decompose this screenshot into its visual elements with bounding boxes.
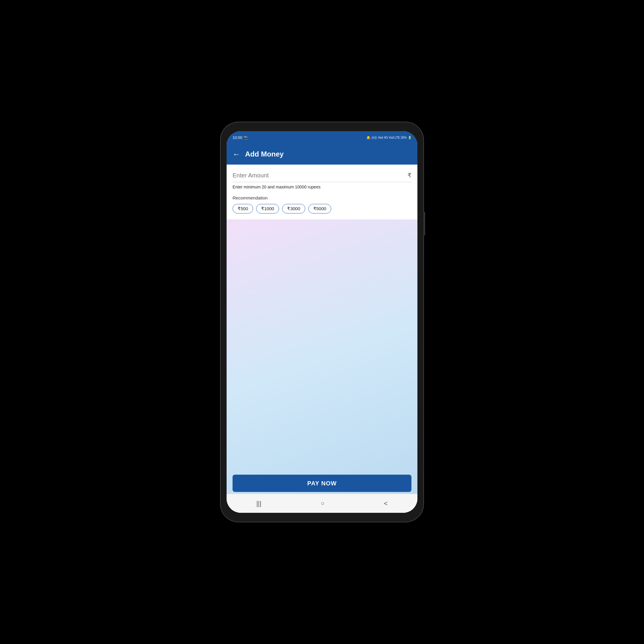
signal-icons: Vod 4G Vod LTE 26%: [378, 136, 407, 139]
amount-input[interactable]: [233, 172, 408, 179]
main-content: ₹ Enter minimum 20 and maximum 10000 rup…: [227, 165, 417, 513]
home-icon[interactable]: ○: [321, 500, 324, 507]
status-icons: 🔔 ((•)) Vod 4G Vod LTE 26% 🔋: [366, 136, 411, 140]
wifi-icon: ((•)): [372, 136, 377, 139]
status-bar: 10:00 📷 🔔 ((•)) Vod 4G Vod LTE 26% 🔋: [227, 131, 417, 144]
rupee-symbol: ₹: [408, 172, 411, 179]
camera-icon: 📷: [244, 136, 248, 140]
pay-now-button[interactable]: PAY NOW: [233, 475, 411, 492]
nav-bar: ||| ○ <: [227, 494, 417, 513]
back-nav-icon[interactable]: <: [384, 500, 388, 507]
back-button[interactable]: ←: [233, 150, 240, 158]
recommendation-section: Recommendation ₹500 ₹1000 ₹3000 ₹5000: [233, 195, 411, 213]
hint-text: Enter minimum 20 and maximum 10000 rupee…: [233, 185, 411, 189]
chip-3000[interactable]: ₹3000: [282, 204, 305, 213]
amount-input-row: ₹: [233, 172, 411, 182]
amount-card: ₹ Enter minimum 20 and maximum 10000 rup…: [227, 165, 417, 219]
status-time: 10:00 📷: [233, 135, 248, 140]
app-toolbar: ← Add Money: [227, 144, 417, 165]
chip-500[interactable]: ₹500: [233, 204, 253, 213]
recommendation-label: Recommendation: [233, 195, 411, 200]
page-title: Add Money: [245, 150, 284, 158]
battery-icon: 🔋: [408, 136, 411, 139]
recents-icon[interactable]: |||: [256, 500, 261, 507]
phone-frame: 10:00 📷 🔔 ((•)) Vod 4G Vod LTE 26% 🔋 ← A…: [221, 122, 423, 522]
chip-1000[interactable]: ₹1000: [256, 204, 279, 213]
chip-5000[interactable]: ₹5000: [308, 204, 331, 213]
network-icon: 🔔: [366, 136, 371, 140]
chips-row: ₹500 ₹1000 ₹3000 ₹5000: [233, 204, 411, 213]
time-label: 10:00: [233, 135, 242, 140]
phone-screen: 10:00 📷 🔔 ((•)) Vod 4G Vod LTE 26% 🔋 ← A…: [227, 131, 417, 513]
